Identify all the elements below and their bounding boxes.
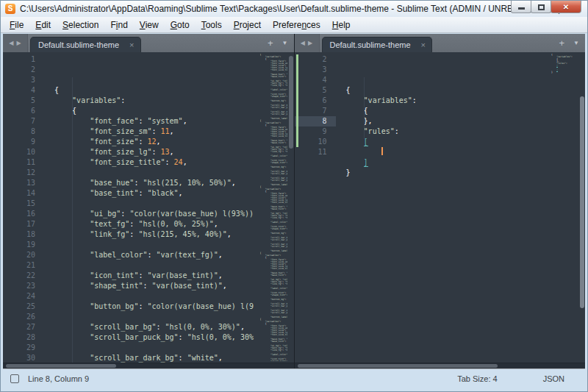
code-token: "variables" xyxy=(265,188,280,190)
code-line: "font_size_title": 24, xyxy=(260,334,287,336)
code-line[interactable]: "font_size_sm": 11, xyxy=(54,126,294,137)
code-line[interactable]: "scroll_bar_dark_bg": "white", xyxy=(54,353,294,363)
code-line[interactable]: "scroll_bar_bg": "hsl(0, 0%, 30%)", xyxy=(54,322,294,332)
code-line[interactable]: "link_fg": "hsl(215, 45%, 40%)", xyxy=(54,229,294,240)
tab-prev-icon[interactable]: ◀ xyxy=(301,40,305,46)
code-line[interactable]: "base_hue": "hsl(215, 10%, 50%)", xyxy=(54,178,294,188)
code-line[interactable]: { xyxy=(346,85,586,96)
code-line[interactable]: } xyxy=(346,168,586,178)
code-area[interactable]: { "variables": { }, "rules": [ ]} xyxy=(346,54,586,363)
code-token xyxy=(260,172,270,175)
code-line[interactable] xyxy=(54,260,294,271)
code-line[interactable] xyxy=(346,178,586,188)
line-number: 10 xyxy=(3,147,44,157)
menu-selection[interactable]: Selection xyxy=(57,18,104,32)
code-line[interactable] xyxy=(54,291,294,302)
code-line[interactable]: "variables": xyxy=(54,96,294,106)
code-line[interactable]: "font_face": "system", xyxy=(54,116,294,126)
minimap[interactable]: { "variables": { }, "rules": [ ]} xyxy=(551,54,578,361)
code-line[interactable]: "base_tint": "black", xyxy=(54,188,294,199)
code-line[interactable]: "font_size_title": 24, xyxy=(54,157,294,168)
code-line[interactable] xyxy=(54,168,294,178)
code-line: "scroll_bar_puck_dark_bg": "white", xyxy=(260,179,287,182)
horizontal-scrollbar[interactable] xyxy=(295,363,586,368)
code-token: : xyxy=(138,271,147,279)
menu-file[interactable]: File xyxy=(4,18,29,32)
code-editor[interactable]: 234567891011 { "variables": { }, "rules"… xyxy=(295,52,586,363)
vertical-scrollbar-thumb[interactable] xyxy=(580,96,584,308)
minimap[interactable]: { "variables": { "font_face": "system", … xyxy=(260,54,287,361)
code-line[interactable]: ] xyxy=(346,157,586,168)
new-tab-icon[interactable]: + xyxy=(559,38,564,48)
menu-project[interactable]: Project xyxy=(228,18,267,32)
tab-next-icon[interactable]: ▶ xyxy=(17,40,21,46)
code-line[interactable]: "rules": xyxy=(346,126,586,137)
code-line[interactable]: "font_size": 12, xyxy=(54,137,294,147)
status-panel-icon[interactable] xyxy=(10,374,19,383)
modified-lines-marker xyxy=(296,54,298,147)
code-line[interactable]: "scroll_bar_puck_bg": "hsl(0, 0%, 30% xyxy=(54,332,294,343)
menu-help[interactable]: Help xyxy=(326,18,356,32)
tab-overflow-icon[interactable]: ▼ xyxy=(282,40,288,46)
code-line[interactable] xyxy=(54,343,294,353)
line-number: 26 xyxy=(3,312,44,322)
window-title: C:\Users\Administrator\AppData\Roaming\S… xyxy=(20,4,561,14)
code-line[interactable] xyxy=(346,147,586,157)
horizontal-scrollbar-thumb[interactable] xyxy=(6,364,116,368)
code-token: "scroll_bar_puck_dark_bg" xyxy=(270,179,287,182)
tab-prev-icon[interactable]: ◀ xyxy=(9,40,13,46)
syntax-indicator[interactable]: JSON xyxy=(543,374,564,383)
code-line[interactable]: "button_bg": "color(var(base_hue) l(9 xyxy=(54,302,294,312)
code-line[interactable]: "label_color": "var(text_fg)", xyxy=(54,250,294,260)
menu-preferences[interactable]: Preferences xyxy=(267,18,326,32)
vertical-scrollbar-thumb[interactable] xyxy=(289,56,293,149)
code-line[interactable] xyxy=(54,312,294,322)
code-line[interactable]: "icon_tint": "var(base_tint)", xyxy=(54,271,294,281)
menu-tools[interactable]: Tools xyxy=(196,18,228,32)
menu-goto[interactable]: Goto xyxy=(165,18,196,32)
code-line[interactable]: "variables": xyxy=(346,96,586,106)
tab-default-sublime-theme[interactable]: Default.sublime-theme × xyxy=(322,37,433,52)
close-button[interactable]: ✕ xyxy=(551,1,581,13)
code-line[interactable] xyxy=(54,199,294,209)
vertical-scrollbar[interactable] xyxy=(289,54,293,361)
code-line[interactable]: { xyxy=(54,85,294,96)
code-line[interactable]: { xyxy=(346,106,586,116)
menu-view[interactable]: View xyxy=(134,18,165,32)
code-token: { xyxy=(54,86,59,94)
code-line[interactable]: }, xyxy=(346,116,586,126)
tab-overflow-icon[interactable]: ▼ xyxy=(573,40,579,46)
code-line[interactable] xyxy=(54,240,294,250)
menu-edit[interactable]: Edit xyxy=(29,18,57,32)
code-line[interactable]: "text_fg": "hsl(0, 0%, 25%)", xyxy=(54,219,294,229)
new-tab-icon[interactable]: + xyxy=(268,38,273,48)
code-token: , xyxy=(183,158,187,166)
code-line[interactable]: "ui_bg": "color(var(base_hue) l(93%)) xyxy=(54,209,294,219)
minimize-button[interactable] xyxy=(511,1,531,13)
code-line[interactable]: [ xyxy=(346,137,586,147)
horizontal-scrollbar[interactable] xyxy=(3,363,294,368)
close-tab-icon[interactable]: × xyxy=(421,40,426,49)
code-line[interactable]: "shape_tint": "var(base_tint)", xyxy=(54,281,294,291)
line-number: 7 xyxy=(3,116,44,126)
close-tab-icon[interactable]: × xyxy=(129,40,134,49)
menu-find[interactable]: Find xyxy=(104,18,133,32)
code-area[interactable]: { "variables": { "font_face": "system", … xyxy=(54,54,294,363)
maximize-button[interactable] xyxy=(531,1,551,13)
code-line[interactable]: { xyxy=(54,106,294,116)
code-line[interactable]: "font_size_lg": 13, xyxy=(54,147,294,157)
code-token xyxy=(260,141,270,144)
vertical-scrollbar[interactable] xyxy=(580,54,584,361)
code-token: "var(text_fg)" xyxy=(157,251,218,259)
tab-default-sublime-theme[interactable]: Default.sublime-theme × xyxy=(30,37,141,52)
tab-size-indicator[interactable]: Tab Size: 4 xyxy=(457,374,497,383)
tab-next-icon[interactable]: ▶ xyxy=(308,40,312,46)
code-token xyxy=(346,117,364,125)
caret-position[interactable]: Line 8, Column 9 xyxy=(28,374,89,383)
code-token: "scroll_bar_puck_bg" xyxy=(270,238,287,241)
code-token: "button_label_color" xyxy=(270,249,287,252)
code-token: , xyxy=(218,251,223,259)
horizontal-scrollbar-thumb[interactable] xyxy=(298,364,498,368)
code-token: "link_fg" xyxy=(270,84,282,87)
code-editor[interactable]: 1234567891011121314151617181920212223242… xyxy=(3,52,294,363)
